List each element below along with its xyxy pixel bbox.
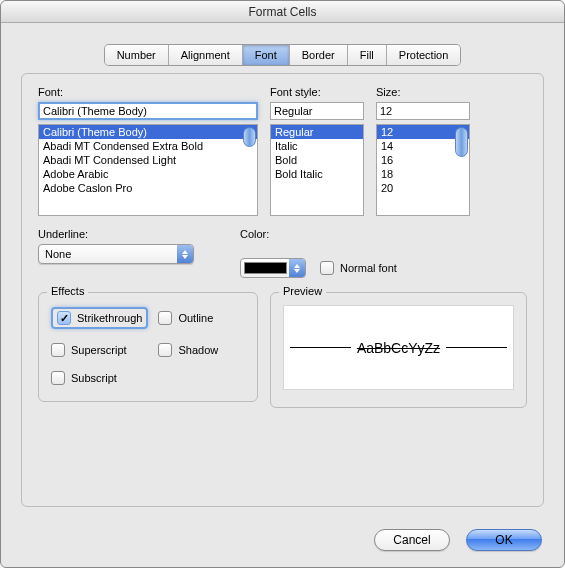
list-item[interactable]: Abadi MT Condensed Light (39, 153, 257, 167)
tab-segmented-control: Number Alignment Font Border Fill Protec… (105, 45, 461, 65)
checkbox-icon (158, 343, 172, 357)
list-item[interactable]: 16 (377, 153, 469, 167)
format-cells-dialog: Format Cells Number Alignment Font Borde… (0, 0, 565, 568)
list-item[interactable]: Regular (271, 125, 363, 139)
outline-label: Outline (178, 312, 213, 324)
list-item[interactable]: Adobe Arabic (39, 167, 257, 181)
underline-value: None (39, 248, 177, 260)
list-item[interactable]: Adobe Caslon Pro (39, 181, 257, 195)
dialog-title: Format Cells (1, 1, 564, 23)
tab-border[interactable]: Border (290, 45, 348, 65)
subscript-label: Subscript (71, 372, 117, 384)
preview-rule-right (446, 347, 507, 348)
list-item[interactable]: Bold Italic (271, 167, 363, 181)
superscript-label: Superscript (71, 344, 127, 356)
preview-box: AaBbCcYyZz (283, 305, 514, 390)
checkbox-icon (320, 261, 334, 275)
popup-arrows-icon (177, 245, 193, 263)
tab-number[interactable]: Number (105, 45, 169, 65)
outline-checkbox[interactable]: Outline (158, 311, 245, 325)
font-tab-content: Font: Calibri (Theme Body) Abadi MT Cond… (21, 73, 544, 507)
checkbox-icon: ✓ (57, 311, 71, 325)
size-list[interactable]: 12 14 16 18 20 (376, 124, 470, 216)
superscript-checkbox[interactable]: Superscript (51, 343, 148, 357)
tab-fill[interactable]: Fill (348, 45, 387, 65)
strikethrough-checkbox[interactable]: ✓ Strikethrough (51, 307, 148, 329)
popup-arrows-icon (289, 259, 305, 277)
underline-popup[interactable]: None (38, 244, 194, 264)
strikethrough-label: Strikethrough (77, 312, 142, 324)
font-label: Font: (38, 86, 258, 98)
cancel-button[interactable]: Cancel (374, 529, 450, 551)
normal-font-checkbox[interactable]: Normal font (320, 261, 397, 275)
color-label: Color: (240, 228, 269, 240)
list-item[interactable]: 18 (377, 167, 469, 181)
list-item[interactable]: 20 (377, 181, 469, 195)
color-swatch (244, 262, 287, 274)
subscript-checkbox[interactable]: Subscript (51, 371, 148, 385)
size-label: Size: (376, 86, 470, 98)
ok-button[interactable]: OK (466, 529, 542, 551)
preview-rule-left (290, 347, 351, 348)
tab-bar: Number Alignment Font Border Fill Protec… (1, 45, 564, 65)
underline-label: Underline: (38, 228, 228, 240)
checkbox-icon (51, 343, 65, 357)
color-popup[interactable] (240, 258, 306, 278)
size-input[interactable] (376, 102, 470, 120)
preview-legend: Preview (279, 285, 326, 297)
tab-alignment[interactable]: Alignment (169, 45, 243, 65)
tab-protection[interactable]: Protection (387, 45, 461, 65)
font-list[interactable]: Calibri (Theme Body) Abadi MT Condensed … (38, 124, 258, 216)
check-icon: ✓ (60, 313, 69, 324)
tab-font[interactable]: Font (243, 45, 290, 65)
font-input[interactable] (38, 102, 258, 120)
dialog-buttons: Cancel OK (374, 529, 542, 551)
list-item[interactable]: Bold (271, 153, 363, 167)
preview-group: Preview AaBbCcYyZz (270, 292, 527, 408)
effects-legend: Effects (47, 285, 88, 297)
preview-text: AaBbCcYyZz (357, 340, 440, 356)
list-item[interactable]: Italic (271, 139, 363, 153)
checkbox-icon (158, 311, 172, 325)
font-list-scrollbar[interactable] (243, 127, 256, 147)
normal-font-label: Normal font (340, 262, 397, 274)
font-style-label: Font style: (270, 86, 364, 98)
font-style-list[interactable]: Regular Italic Bold Bold Italic (270, 124, 364, 216)
shadow-checkbox[interactable]: Shadow (158, 343, 245, 357)
effects-group: Effects ✓ Strikethrough Outline Supers (38, 292, 258, 402)
checkbox-icon (51, 371, 65, 385)
font-style-input[interactable] (270, 102, 364, 120)
list-item[interactable]: Calibri (Theme Body) (39, 125, 257, 139)
size-list-scrollbar[interactable] (455, 127, 468, 157)
list-item[interactable]: Abadi MT Condensed Extra Bold (39, 139, 257, 153)
shadow-label: Shadow (178, 344, 218, 356)
